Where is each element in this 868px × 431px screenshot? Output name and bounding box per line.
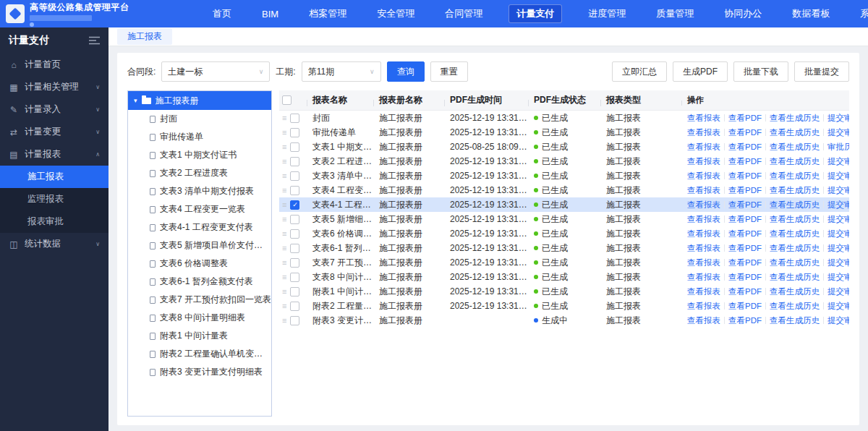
action-link-4[interactable]: 提交审批 [827,272,849,283]
action-link-4[interactable]: 提交审批 [827,315,849,326]
action-link-2[interactable]: 查看PDF [728,127,762,138]
action-link-2[interactable]: 查看PDF [728,286,762,297]
action-link-2[interactable]: 查看PDF [728,142,762,153]
tree-item[interactable]: 支表5 新增项目单价支付一览表 [128,236,271,255]
action-link-4[interactable]: 提交审批 [827,214,849,225]
toolbar-button-3[interactable]: 批量下载 [733,61,788,82]
action-link-4[interactable]: 审批历史 [827,142,849,153]
action-link-4[interactable]: 提交审批 [827,257,849,268]
action-link-3[interactable]: 查看生成历史 [770,113,820,124]
action-link-4[interactable]: 提交审批 [827,243,849,254]
nav-item-11[interactable]: 系统设定 [856,4,868,23]
nav-item-5[interactable]: 合同管理 [441,4,487,23]
row-checkbox[interactable] [290,316,299,325]
table-row[interactable]: ≡审批传递单施工报表册2025-12-19 13:31:34已生成施工报表查看报… [279,125,849,140]
action-link-2[interactable]: 查看PDF [728,185,762,196]
tree-item[interactable]: 封面 [128,110,271,128]
toolbar-button-4[interactable]: 批量提交 [794,61,849,82]
action-link-3[interactable]: 查看生成历史 [770,185,820,196]
row-checkbox[interactable] [290,258,299,268]
tree-item[interactable]: 审批传递单 [128,128,271,146]
tree-item[interactable]: 支表6-1 暂列金额支付表 [128,273,271,291]
tree-root-folder[interactable]: ▾ 施工报表册 [128,91,271,110]
nav-item-4[interactable]: 安全管理 [373,4,419,23]
action-link-3[interactable]: 查看生成历史 [770,257,820,268]
drag-handle-icon[interactable]: ≡ [282,142,286,151]
action-link-1[interactable]: 查看报表 [687,113,720,124]
action-link-2[interactable]: 查看PDF [728,243,762,254]
table-row[interactable]: ≡附表2 工程量确认单机变更计量表施工报表册2025-12-19 13:31:3… [279,299,849,313]
sidebar-item-3[interactable]: ✎计量录入∨ [0,98,109,121]
tree-item[interactable]: 附表3 变更计量支付明细表 [128,363,271,381]
action-link-3[interactable]: 查看生成历史 [770,272,820,283]
action-link-2[interactable]: 查看PDF [728,272,762,283]
row-checkbox[interactable] [290,287,299,296]
collapse-sidebar-icon[interactable] [89,36,100,45]
action-link-2[interactable]: 查看PDF [728,301,762,312]
table-row[interactable]: ≡支表6 价格调整表施工报表册2025-12-19 13:31:16已生成施工报… [279,226,849,241]
action-link-4[interactable]: 提交审批 [827,156,849,167]
row-checkbox[interactable] [290,273,299,282]
action-link-2[interactable]: 查看PDF [728,171,762,182]
action-link-4[interactable]: 提交审批 [827,200,849,210]
row-checkbox[interactable] [290,157,299,166]
sidebar-subitem-2[interactable]: 监理报表 [0,188,109,210]
tree-item[interactable]: 支表2 工程进度表 [128,164,271,182]
action-link-1[interactable]: 查看报表 [687,214,720,225]
tree-item[interactable]: 附表2 工程量确认单机变更计量表 [128,345,271,363]
tree-item[interactable]: 支表7 开工预付款扣回一览表 [128,291,271,309]
action-link-3[interactable]: 查看生成历史 [770,171,820,182]
action-link-1[interactable]: 查看报表 [687,301,720,312]
action-link-1[interactable]: 查看报表 [687,185,720,196]
drag-handle-icon[interactable]: ≡ [282,273,286,281]
sidebar-item-4[interactable]: ⇄计量变更∨ [0,121,109,143]
action-link-1[interactable]: 查看报表 [687,156,720,167]
action-link-3[interactable]: 查看生成历史 [770,229,820,239]
select-all-checkbox[interactable] [282,95,292,105]
drag-handle-icon[interactable]: ≡ [282,215,286,223]
nav-item-8[interactable]: 质量管理 [652,4,698,23]
drag-handle-icon[interactable]: ≡ [282,171,286,180]
drag-handle-icon[interactable]: ≡ [282,128,286,137]
action-link-4[interactable]: 提交审批 [827,185,849,196]
table-row[interactable]: ≡支表2 工程进度表施工报表册2025-12-19 13:31:21已生成施工报… [279,154,849,168]
tab-construction-report[interactable]: 施工报表 [117,28,172,45]
drag-handle-icon[interactable]: ≡ [282,316,286,325]
action-link-3[interactable]: 查看生成历史 [770,214,820,225]
action-link-3[interactable]: 查看生成历史 [770,156,820,167]
action-link-1[interactable]: 查看报表 [687,243,720,254]
tree-item[interactable]: 支表8 中间计量明细表 [128,309,271,327]
table-row[interactable]: ≡支表4 工程变更一览表施工报表册2025-12-19 13:31:17已生成施… [279,183,849,197]
action-link-4[interactable]: 提交审批 [827,127,849,138]
action-link-1[interactable]: 查看报表 [687,127,720,138]
tree-item[interactable]: 支表4 工程变更一览表 [128,200,271,218]
row-checkbox[interactable] [290,171,299,181]
action-link-3[interactable]: 查看生成历史 [770,243,820,254]
row-checkbox[interactable] [290,200,299,210]
sidebar-subitem-1[interactable]: 施工报表 [0,166,109,188]
action-link-3[interactable]: 查看生成历史 [770,142,820,153]
action-link-1[interactable]: 查看报表 [687,142,720,153]
action-link-2[interactable]: 查看PDF [728,200,762,210]
table-row[interactable]: ≡封面施工报表册2025-12-19 13:31:23已生成施工报表查看报表查看… [279,111,849,125]
sidebar-item-6[interactable]: ◫统计数据∨ [0,233,109,255]
action-link-1[interactable]: 查看报表 [687,171,720,182]
action-link-2[interactable]: 查看PDF [728,214,762,225]
action-link-2[interactable]: 查看PDF [728,257,762,268]
action-link-1[interactable]: 查看报表 [687,200,720,210]
table-row[interactable]: ≡支表4-1 工程变更支付表施工报表册2025-12-19 13:31:33已生… [279,197,849,212]
table-row[interactable]: ≡支表5 新增细目单价支付一览表施工报表册2025-12-19 13:31:16… [279,212,849,226]
action-link-1[interactable]: 查看报表 [687,286,720,297]
contract-select[interactable]: 土建一标 ∨ [161,61,270,82]
tree-item[interactable]: 支表3 清单中期支付报表 [128,182,271,200]
nav-item-1[interactable]: 首页 [208,4,236,23]
action-link-2[interactable]: 查看PDF [728,156,762,167]
action-link-1[interactable]: 查看报表 [687,315,720,326]
drag-handle-icon[interactable]: ≡ [282,244,286,252]
sidebar-item-1[interactable]: ⌂计量首页 [0,54,109,76]
tree-item[interactable]: 支表4-1 工程变更支付表 [128,218,271,236]
toolbar-button-2[interactable]: 生成PDF [673,61,728,82]
tree-item[interactable]: 支表6 价格调整表 [128,255,271,273]
nav-item-9[interactable]: 协同办公 [720,4,766,23]
drag-handle-icon[interactable]: ≡ [282,157,286,166]
